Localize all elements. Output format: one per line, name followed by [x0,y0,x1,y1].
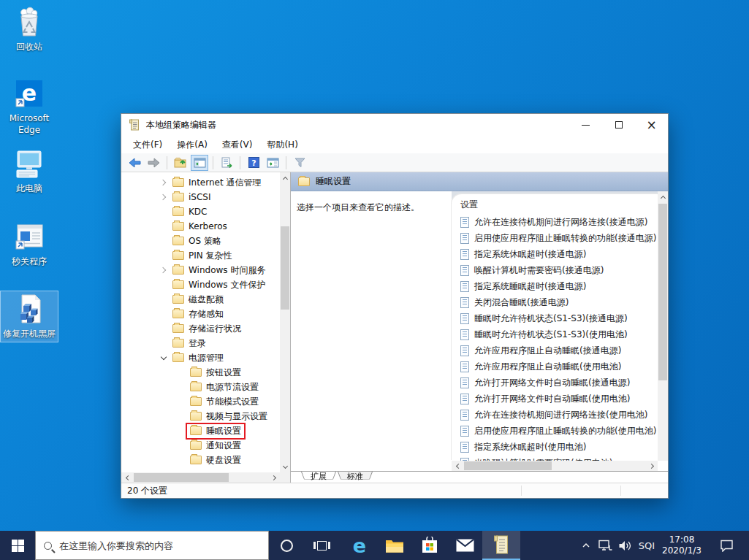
desktop-icon-this-pc[interactable]: 此电脑 [0,146,58,194]
desktop-icon-xiufu-heiping[interactable]: 修复开机黑屏 [0,291,58,342]
tree-item[interactable]: 按钮设置 [121,365,280,380]
titlebar[interactable]: 本地组策略编辑器 × [121,114,668,136]
scrollbar-thumb[interactable] [464,461,552,470]
desktop-icon-miaoguan[interactable]: 秒关程序 [0,219,58,267]
setting-item[interactable]: 睡眠时允许待机状态(S1-S3)(接通电源) [452,310,658,326]
show-console-tree-button[interactable] [191,155,208,171]
setting-item[interactable]: 唤醒计算机时需要密码(接通电源) [452,262,658,278]
desktop-icon-recycle-bin[interactable]: 回收站 [0,4,58,53]
chevron-expanded-icon[interactable] [158,352,170,364]
tree-item[interactable]: 睡眠设置 [121,423,280,438]
forward-button[interactable] [145,155,162,171]
setting-item[interactable]: 睡眠时允许待机状态(S1-S3)(使用电池) [452,326,658,342]
tree-item[interactable]: 存储感知 [121,307,280,321]
desktop-icon-microsoft-edge[interactable]: e Microsoft Edge [0,76,58,136]
tree-item[interactable]: OS 策略 [121,234,280,248]
back-button[interactable] [126,155,143,171]
up-one-level-button[interactable] [172,155,189,171]
tree-item[interactable]: 存储运行状况 [121,321,280,336]
tree-item[interactable]: iSCSI [121,190,280,204]
tree-item[interactable]: 视频与显示设置 [121,409,280,423]
close-button[interactable]: × [635,114,668,136]
scroll-down-arrow[interactable] [280,461,290,472]
scrollbar-thumb[interactable] [658,204,667,380]
tree-item[interactable]: 电源节流设置 [121,380,280,394]
tree-item[interactable]: 电源管理 [121,350,280,365]
tray-show-hidden-icons[interactable] [577,531,595,560]
setting-item[interactable]: 当唤醒计算机时需要密码(使用电池) [452,455,658,461]
folder-icon [172,266,184,275]
tree-item[interactable]: 节能模式设置 [121,394,280,409]
export-list-button[interactable] [218,155,235,171]
menu-file[interactable]: 文件(F) [127,137,168,153]
tree-item[interactable]: Kerberos [121,219,280,234]
setting-item[interactable]: 允许打开网络文件时自动睡眠(接通电源) [452,375,658,391]
menu-action[interactable]: 操作(A) [171,137,213,153]
maximize-button[interactable] [602,114,635,136]
chevron-placeholder [158,279,170,291]
scroll-right-arrow[interactable] [646,461,658,471]
scroll-up-arrow[interactable] [280,172,290,184]
tree-item[interactable]: Windows 文件保护 [121,277,280,292]
menu-help[interactable]: 帮助(H) [261,137,303,153]
menu-view[interactable]: 查看(V) [216,137,259,153]
tray-network-button[interactable] [595,531,615,560]
taskbar-app-gpedit[interactable] [482,531,520,560]
scroll-right-arrow[interactable] [268,472,280,483]
tree-item[interactable]: PIN 复杂性 [121,248,280,263]
cortana-button[interactable] [269,531,304,560]
setting-item[interactable]: 指定系统休眠超时(使用电池) [452,439,658,455]
tray-clock[interactable]: 17:08 2020/1/3 [659,531,704,560]
tree-item[interactable]: 硬盘设置 [121,453,280,467]
tab-standard[interactable]: 标准 [338,472,373,483]
setting-item[interactable]: 关闭混合睡眠(接通电源) [452,294,658,310]
start-button[interactable] [0,531,35,560]
tray-ime-indicator[interactable]: SQI [634,531,659,560]
scroll-left-arrow[interactable] [452,461,463,471]
help-button[interactable]: ? [245,155,262,171]
setting-item[interactable]: 允许应用程序阻止自动睡眠(接通电源) [452,342,658,358]
chevron-collapsed-icon[interactable] [158,264,170,276]
folder-icon [172,222,184,231]
setting-item[interactable]: 启用使应用程序阻止睡眠转换的功能(接通电源) [452,230,658,246]
show-window-button[interactable] [264,155,281,171]
setting-item[interactable]: 启用使应用程序阻止睡眠转换的功能(使用电池) [452,423,658,439]
tree-vertical-scrollbar[interactable] [280,172,290,472]
chevron-collapsed-icon[interactable] [158,191,170,203]
taskbar-search[interactable] [35,531,269,560]
scroll-up-arrow[interactable] [658,191,668,203]
filter-button[interactable] [291,155,308,171]
taskbar-app-store[interactable] [412,531,447,560]
setting-item[interactable]: 允许打开网络文件时自动睡眠(使用电池) [452,391,658,407]
scroll-left-arrow[interactable] [121,472,133,483]
list-vertical-scrollbar[interactable] [658,191,668,461]
scrollbar-thumb[interactable] [134,473,229,482]
action-center-button[interactable] [709,531,744,560]
minimize-button[interactable] [569,114,602,136]
chevron-collapsed-icon[interactable] [158,177,170,188]
list-horizontal-scrollbar[interactable] [452,461,658,471]
setting-item[interactable]: 允许在连接待机期间进行网络连接(接通电源) [452,214,658,230]
taskbar-app-edge[interactable]: e [342,531,377,560]
gpedit-scroll-icon [129,119,140,131]
tree-item[interactable]: Windows 时间服务 [121,263,280,277]
setting-item[interactable]: 允许应用程序阻止自动睡眠(使用电池) [452,358,658,375]
setting-item[interactable]: 指定系统休眠超时(接通电源) [452,246,658,262]
search-input[interactable] [59,540,260,551]
setting-item[interactable]: 指定系统睡眠超时(接通电源) [452,278,658,294]
tree-item[interactable]: KDC [121,204,280,219]
taskbar-app-mail[interactable] [447,531,482,560]
task-view-button[interactable] [304,531,339,560]
tree-horizontal-scrollbar[interactable] [121,472,280,483]
tab-extended[interactable]: 扩展 [301,472,336,483]
tree-item-label: 电源节流设置 [206,381,259,394]
tree-item[interactable]: Internet 通信管理 [121,175,280,190]
setting-item[interactable]: 允许在连接待机期间进行网络连接(使用电池) [452,407,658,423]
taskbar-app-file-explorer[interactable] [377,531,412,560]
tray-volume-button[interactable] [615,531,634,560]
settings-column-header[interactable]: 设置 [452,194,658,214]
scrollbar-thumb[interactable] [281,226,289,310]
tree-item[interactable]: 通知设置 [121,438,280,453]
tree-item[interactable]: 登录 [121,336,280,350]
tree-item[interactable]: 磁盘配额 [121,292,280,307]
